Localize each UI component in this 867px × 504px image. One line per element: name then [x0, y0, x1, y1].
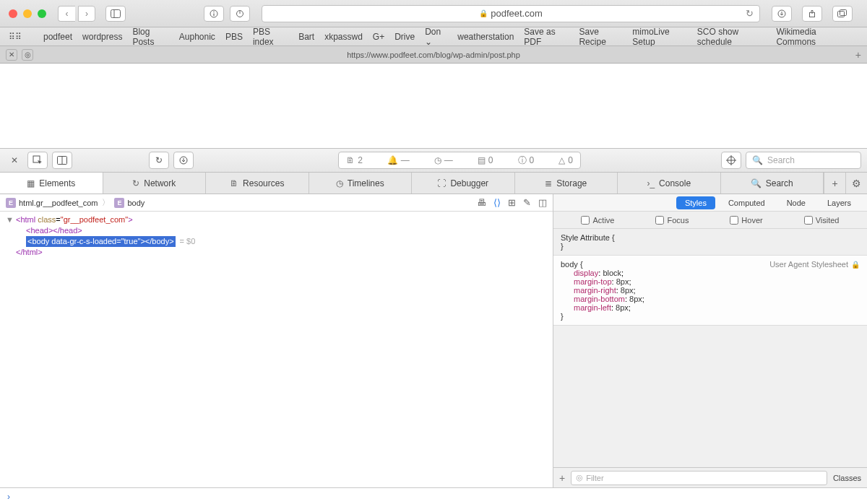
grid-icon[interactable]: ⊞	[508, 197, 516, 208]
bookmark-item[interactable]: Bart	[298, 32, 314, 42]
favorites-grid-icon[interactable]: ⠿⠿	[9, 32, 22, 42]
layout-icon[interactable]: ◫	[538, 197, 547, 208]
bookmark-item[interactable]: wordpress	[82, 32, 122, 42]
reader-button[interactable]	[230, 6, 250, 22]
active-checkbox[interactable]	[581, 216, 590, 225]
bookmark-item[interactable]: xkpasswd	[324, 32, 363, 42]
hover-checkbox[interactable]	[730, 216, 738, 225]
edit-icon[interactable]: ✎	[523, 197, 531, 208]
download-button[interactable]	[173, 152, 194, 169]
classes-button[interactable]: Classes	[833, 474, 861, 482]
styles-tab[interactable]: Styles	[676, 196, 715, 209]
bookmark-item[interactable]: mimoLive Setup	[632, 27, 687, 47]
svg-rect-10	[840, 9, 847, 15]
bookmark-item[interactable]: Wikimedia Commons	[776, 27, 848, 47]
file-icon: 🗎	[346, 155, 355, 165]
filter-input[interactable]: ◎ Filter	[571, 471, 827, 485]
sidebar-icon	[111, 9, 121, 18]
console-strip[interactable]: ›	[0, 487, 867, 504]
pseudo-focus[interactable]: Focus	[655, 216, 689, 225]
close-devtools-button[interactable]: ✕	[6, 152, 23, 169]
bookmark-item[interactable]: weatherstation	[457, 32, 514, 42]
print-icon[interactable]: 🖶	[477, 197, 486, 208]
bookmark-item[interactable]: SCO show schedule	[697, 27, 767, 47]
tab-storage[interactable]: ≣Storage	[515, 173, 618, 194]
disclosure-triangle-icon[interactable]: ▼	[6, 214, 13, 225]
tab-console[interactable]: ›_Console	[618, 173, 721, 194]
bookmark-item[interactable]: podfeet	[43, 32, 72, 42]
settings-button[interactable]: ⚙	[845, 173, 867, 194]
tab-elements[interactable]: ▦Elements	[0, 173, 103, 194]
zoom-window-button[interactable]	[38, 9, 46, 18]
tab-bar: ✕ ◎ https://www.podfeet.com/blog/wp-admi…	[0, 46, 867, 64]
privacy-report-button[interactable]	[204, 6, 224, 22]
body-rule-block[interactable]: User Agent Stylesheet🔒 body { display: b…	[553, 256, 867, 326]
tab-timelines[interactable]: ◷Timelines	[309, 173, 413, 194]
download-icon	[179, 156, 188, 165]
bookmark-item[interactable]: Save Recipe	[579, 27, 622, 47]
code-icon[interactable]: ⟨⟩	[493, 197, 501, 208]
layers-tab[interactable]: Layers	[819, 196, 860, 209]
add-tab-button[interactable]: +	[824, 173, 845, 194]
bookmark-item[interactable]: Blog Posts	[132, 27, 168, 47]
node-tab[interactable]: Node	[778, 196, 814, 209]
target-button[interactable]	[721, 152, 741, 169]
minimize-window-button[interactable]	[23, 9, 32, 18]
address-text: podfeet.com	[491, 8, 543, 19]
pseudo-active[interactable]: Active	[581, 216, 614, 225]
console-icon: ›_	[647, 178, 655, 188]
tabs-button[interactable]	[832, 6, 853, 22]
selected-dom-node[interactable]: <body data-gr-c-s-loaded="true"></body>	[26, 236, 176, 247]
clock-icon: ◷	[434, 155, 441, 165]
inspect-element-button[interactable]	[27, 152, 48, 169]
dom-actions: 🖶 ⟨⟩ ⊞ ✎ ◫	[477, 197, 547, 208]
style-attribute-block[interactable]: Style Attribute { }	[553, 229, 867, 256]
share-button[interactable]	[802, 6, 822, 22]
devtools-right-panel: Styles Computed Node Layers Active Focus…	[553, 194, 867, 487]
close-tab-button[interactable]: ✕	[6, 49, 17, 61]
close-window-button[interactable]	[9, 9, 17, 18]
tab-resources[interactable]: 🗎Resources	[206, 173, 309, 194]
reload-button[interactable]: ↻	[149, 152, 169, 169]
bookmark-item[interactable]: Auphonic	[179, 32, 215, 42]
console-prompt: ›	[7, 492, 10, 502]
element-badge: E	[114, 198, 124, 208]
share-icon	[808, 9, 816, 18]
bell-icon: 🔔	[387, 155, 398, 165]
device-button[interactable]	[52, 152, 72, 169]
sidebar-toggle-button[interactable]	[105, 6, 126, 22]
downloads-button[interactable]	[772, 6, 792, 22]
address-bar[interactable]: 🔒 podfeet.com ↻	[262, 5, 760, 22]
breadcrumb-child[interactable]: body	[127, 199, 144, 207]
devtools-search[interactable]: 🔍 Search	[746, 152, 861, 169]
reload-button[interactable]: ↻	[746, 8, 754, 19]
dom-tree[interactable]: ▼<html class="gr__podfeet_com"> <head></…	[0, 212, 553, 487]
stylesheet-source: User Agent Stylesheet🔒	[769, 260, 860, 269]
breadcrumb-root[interactable]: html.gr__podfeet_com	[19, 199, 98, 207]
focus-checkbox[interactable]	[655, 216, 664, 225]
pseudo-hover[interactable]: Hover	[730, 216, 762, 225]
visited-checkbox[interactable]	[804, 216, 813, 225]
element-badge: E	[6, 198, 16, 208]
tab-title[interactable]: https://www.podfeet.com/blog/wp-admin/po…	[347, 51, 520, 59]
bookmark-item[interactable]: Save as PDF	[524, 27, 569, 47]
new-rule-button[interactable]: +	[559, 472, 565, 484]
lock-icon: 🔒	[479, 9, 488, 17]
bookmark-item[interactable]: Drive	[394, 32, 415, 42]
svg-rect-0	[111, 9, 121, 17]
tab-search[interactable]: 🔍Search	[721, 173, 824, 194]
dom-breadcrumb: E html.gr__podfeet_com 〉 E body 🖶 ⟨⟩ ⊞ ✎…	[0, 194, 553, 212]
bookmark-item[interactable]: Don ⌄	[425, 27, 447, 47]
bookmark-item[interactable]: PBS	[225, 32, 243, 42]
bookmark-item[interactable]: PBS index	[253, 27, 288, 47]
forward-button[interactable]: ›	[78, 6, 95, 22]
back-button[interactable]: ‹	[58, 6, 75, 22]
new-tab-button[interactable]: +	[855, 49, 861, 61]
bookmark-item[interactable]: G+	[373, 32, 384, 42]
tab-debugger[interactable]: ⛶Debugger	[412, 173, 515, 194]
tabs-icon	[837, 9, 847, 18]
computed-tab[interactable]: Computed	[720, 196, 774, 209]
browser-toolbar: ‹ › 🔒 podfeet.com ↻	[0, 0, 867, 27]
tab-network[interactable]: ↻Network	[103, 173, 207, 194]
pseudo-visited[interactable]: Visited	[804, 216, 840, 225]
